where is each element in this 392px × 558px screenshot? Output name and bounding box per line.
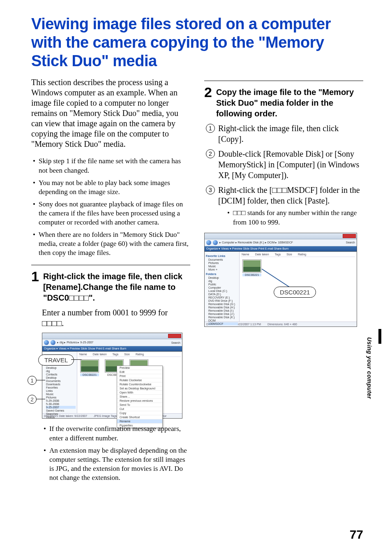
close-icon	[343, 234, 356, 238]
tree-item: Desktop	[46, 376, 76, 379]
menu-item: Preview	[117, 366, 162, 370]
divider	[31, 265, 190, 265]
tree-item: Removable Disk (K:)	[208, 316, 238, 319]
callout-travel: TRAVEL	[38, 354, 74, 366]
col-header: Name	[242, 253, 249, 256]
screenshot-paste: ▸ Computer ▸ Removable Disk (K:) ▸ DCIM …	[204, 233, 357, 327]
step-number: 2	[204, 86, 212, 119]
col-header: Size	[124, 353, 130, 356]
menu-item: Create Shortcut	[117, 415, 162, 419]
substep-item: Right-click the [□□□MSDCF] folder in the…	[206, 185, 363, 227]
menu-item: Rotate Clockwise	[117, 378, 162, 382]
tree-item: Desktop	[208, 276, 238, 279]
menu-item: Set as Desktop Background	[117, 387, 162, 391]
badge-2: 2	[28, 395, 37, 404]
side-tab: Using your computer	[367, 337, 372, 403]
side-tab-mark	[378, 329, 381, 344]
tree-item-selected: 9-25-2007	[46, 406, 76, 409]
menu-item: Share…	[117, 395, 162, 399]
tree-item: Pictures	[46, 396, 76, 399]
image-thumb	[80, 359, 99, 373]
tree-item: Removable Disk (J:)	[208, 313, 238, 315]
tree-item: Computer	[208, 286, 238, 289]
col-header: Rating	[136, 353, 144, 356]
tree-item: Music	[46, 393, 76, 396]
note-item: Skip step 1 if the file name set with th…	[33, 157, 190, 175]
step-2: 2 Copy the image file to the "Memory Sti…	[204, 87, 363, 119]
tree-item: Local Disk (C:)	[208, 289, 238, 292]
note-item: Sony does not guarantee playback of imag…	[33, 200, 190, 227]
col-header: Date taken	[255, 253, 269, 256]
back-icon	[44, 340, 49, 345]
col-header: Tags	[275, 253, 281, 256]
col-header: Name	[79, 353, 87, 356]
tree-item: dig	[208, 280, 238, 282]
sidebar-item: Documents	[208, 258, 238, 261]
tree-item: Documents	[46, 380, 76, 382]
tree-item-selected: 100MSDCF	[208, 322, 238, 325]
screenshot-rename: ▸ dig ▸ Pictures ▸ 9-25-2007 Search Orga…	[42, 333, 182, 419]
sidebar-item: Music	[208, 265, 238, 268]
address-bar: ▸ dig ▸ Pictures ▸ 9-25-2007 Search	[42, 339, 182, 346]
step-1: 1 Right-click the image file, then click…	[31, 271, 190, 303]
tree-item: DVD RW Drive (F:)	[208, 299, 238, 302]
forward-icon	[213, 240, 218, 245]
step-heading: Right-click the image file, then click […	[43, 271, 190, 303]
sidebar-heading: Folders	[206, 273, 238, 276]
page-title: Viewing image files stored on a computer…	[31, 15, 363, 70]
toolbar: Organize ▾ Views ▾ Preview Slide Show Pr…	[42, 346, 182, 352]
tree-item: Links	[46, 389, 76, 392]
menu-item: Copy	[117, 411, 162, 415]
search-field: Search	[171, 341, 180, 344]
step2-substeps: Right-click the image file, then click […	[204, 123, 363, 227]
menu-item: Send To	[117, 403, 162, 407]
menu-item: Cut	[117, 407, 162, 411]
step-heading: Copy the image file to the "Memory Stick…	[216, 87, 363, 119]
right-column: 2 Copy the image file to the "Memory Sti…	[204, 77, 363, 490]
tree-item: Removable Disk (I:)	[208, 309, 238, 312]
breadcrumb: ▸ dig ▸ Pictures ▸ 9-25-2007	[57, 341, 170, 344]
col-header: Rating	[298, 253, 306, 256]
arrow-line	[259, 266, 317, 303]
tree-item: 5-29-2008	[46, 399, 76, 402]
close-icon	[168, 334, 181, 338]
tree-item: Desktop	[46, 366, 76, 369]
tree-item: dig	[46, 370, 76, 373]
tree-item: Removable Disk (H:)	[208, 306, 238, 309]
tree-item: Removable Disk (G:)	[208, 303, 238, 306]
col-header: Tags	[113, 353, 119, 356]
menu-item: Rotate Counterclockwise	[117, 382, 162, 387]
subnote-item: □□□ stands for any number within the ran…	[227, 208, 363, 227]
sidebar-heading: Favorite Links	[206, 255, 238, 257]
tree-item: Public	[208, 283, 238, 286]
menu-item: Open With	[117, 391, 162, 395]
step1-notes: If the overwrite confirmation message ap…	[42, 424, 190, 482]
top-notes-list: Skip step 1 if the file name set with th…	[31, 157, 190, 257]
menu-item: Print	[117, 374, 162, 378]
step-body: Enter a number from 0001 to 9999 for □□□…	[42, 307, 190, 329]
tree-item: DATA (D:)	[208, 293, 238, 296]
status-text: Dimensions: 640 × 480	[267, 323, 297, 326]
tree-item: Saved Games	[46, 409, 76, 412]
forward-icon	[51, 340, 55, 345]
sidebar-item: More »	[208, 268, 238, 271]
menu-item: Restore previous versions	[117, 399, 162, 403]
search-field: Search	[346, 241, 355, 244]
substep-item: Right-click the image file, then click […	[206, 123, 363, 144]
tree-item: DCIM	[208, 319, 238, 322]
tree-item: Contacts	[46, 373, 76, 376]
note-item: An extension may be displayed depending …	[44, 446, 190, 482]
file-pane: Name Date taken Tags Size Rating DSC0022…	[77, 352, 182, 413]
sidebar-item: Pictures	[208, 262, 238, 264]
tree-item: 5-30-2008	[46, 403, 76, 405]
tree-item: Searches	[46, 412, 76, 415]
left-column: This section describes the process using…	[31, 77, 190, 490]
context-menu: Preview Edit Print Rotate Clockwise Rota…	[117, 366, 163, 428]
sidebar: Favorite Links Documents Pictures Music …	[205, 252, 240, 322]
menu-item: Edit	[117, 370, 162, 374]
callout-filename: DSC00221	[274, 287, 316, 298]
window-titlebar	[205, 233, 357, 239]
step-number: 1	[31, 270, 39, 303]
breadcrumb: ▸ Computer ▸ Removable Disk (K:) ▸ DCIM …	[219, 241, 344, 244]
side-tab-label: Using your computer	[366, 337, 373, 399]
